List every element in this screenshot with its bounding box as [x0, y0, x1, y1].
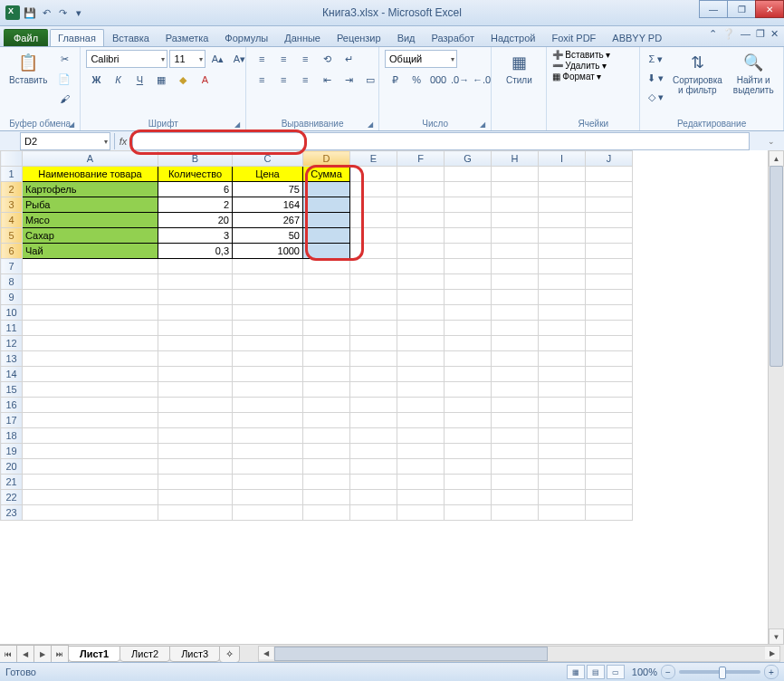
- cell-H8[interactable]: [492, 274, 539, 290]
- cell-A7[interactable]: [23, 259, 158, 274]
- cell-A21[interactable]: [23, 475, 158, 490]
- cell-G14[interactable]: [445, 367, 492, 382]
- row-header-18[interactable]: 18: [1, 428, 23, 444]
- indent-inc-button[interactable]: ⇥: [339, 71, 359, 89]
- cell-G23[interactable]: [445, 505, 492, 521]
- cell-H21[interactable]: [492, 475, 539, 490]
- col-header-I[interactable]: I: [539, 151, 586, 167]
- cell-F17[interactable]: [397, 413, 445, 428]
- row-header-3[interactable]: 3: [1, 197, 23, 213]
- cell-E14[interactable]: [350, 367, 397, 382]
- cell-E23[interactable]: [350, 505, 397, 521]
- currency-button[interactable]: ₽: [385, 71, 405, 89]
- cell-D2[interactable]: [303, 182, 350, 197]
- cell-J17[interactable]: [586, 413, 633, 428]
- cell-E17[interactable]: [350, 413, 397, 428]
- minimize-button[interactable]: —: [699, 0, 728, 18]
- delete-cells-button[interactable]: ➖ Удалить ▾: [552, 61, 606, 71]
- cell-F16[interactable]: [397, 398, 445, 413]
- expand-formula-bar-icon[interactable]: ⌄: [768, 137, 780, 146]
- row-header-21[interactable]: 21: [1, 475, 23, 490]
- cell-D20[interactable]: [303, 459, 350, 475]
- cell-F4[interactable]: [397, 213, 445, 228]
- cell-D16[interactable]: [303, 398, 350, 413]
- cell-I18[interactable]: [539, 428, 586, 444]
- indent-dec-button[interactable]: ⇤: [317, 71, 337, 89]
- align-center-button[interactable]: ≡: [273, 71, 293, 89]
- cell-F13[interactable]: [397, 351, 445, 367]
- find-select-button[interactable]: 🔍 Найти и выделить: [729, 50, 778, 97]
- cell-C21[interactable]: [233, 475, 303, 490]
- col-header-J[interactable]: J: [586, 151, 633, 167]
- row-header-12[interactable]: 12: [1, 336, 23, 351]
- hscroll-right-icon[interactable]: ▶: [765, 647, 779, 659]
- cell-D5[interactable]: [303, 228, 350, 244]
- cell-A5[interactable]: Сахар: [23, 228, 158, 244]
- cell-I8[interactable]: [539, 274, 586, 290]
- cell-H19[interactable]: [492, 444, 539, 459]
- tab-Разработ[interactable]: Разработ: [424, 29, 483, 46]
- cell-E21[interactable]: [350, 475, 397, 490]
- cell-H2[interactable]: [492, 182, 539, 197]
- cell-G15[interactable]: [445, 382, 492, 398]
- cell-G11[interactable]: [445, 321, 492, 336]
- sort-filter-button[interactable]: ⇅ Сортировка и фильтр: [669, 50, 725, 97]
- cell-G17[interactable]: [445, 413, 492, 428]
- row-header-17[interactable]: 17: [1, 413, 23, 428]
- bold-button[interactable]: Ж: [86, 71, 106, 89]
- cell-C11[interactable]: [233, 321, 303, 336]
- cell-D23[interactable]: [303, 505, 350, 521]
- cell-I19[interactable]: [539, 444, 586, 459]
- cell-J9[interactable]: [586, 290, 633, 305]
- cell-I6[interactable]: [539, 244, 586, 259]
- cell-C10[interactable]: [233, 305, 303, 321]
- border-button[interactable]: ▦: [151, 71, 171, 89]
- help-icon[interactable]: ❔: [722, 28, 735, 40]
- view-normal-button[interactable]: ▦: [567, 665, 585, 679]
- cell-G19[interactable]: [445, 444, 492, 459]
- cell-F1[interactable]: [397, 167, 445, 182]
- cell-J23[interactable]: [586, 505, 633, 521]
- cell-J4[interactable]: [586, 213, 633, 228]
- cell-G3[interactable]: [445, 197, 492, 213]
- cell-J1[interactable]: [586, 167, 633, 182]
- format-cells-button[interactable]: ▦ Формат ▾: [552, 72, 601, 82]
- tab-file[interactable]: Файл: [4, 29, 48, 46]
- view-pagebreak-button[interactable]: ▭: [607, 665, 625, 679]
- cell-D22[interactable]: [303, 490, 350, 505]
- cell-E19[interactable]: [350, 444, 397, 459]
- cell-F21[interactable]: [397, 475, 445, 490]
- tab-Рецензир[interactable]: Рецензир: [329, 29, 389, 46]
- cell-E2[interactable]: [350, 182, 397, 197]
- cell-F20[interactable]: [397, 459, 445, 475]
- cell-G8[interactable]: [445, 274, 492, 290]
- new-sheet-button[interactable]: ✧: [219, 646, 240, 663]
- cell-H5[interactable]: [492, 228, 539, 244]
- font-dialog-launcher[interactable]: ◢: [234, 120, 240, 129]
- cell-D18[interactable]: [303, 428, 350, 444]
- close-button[interactable]: ✕: [755, 0, 784, 18]
- merge-button[interactable]: ▭: [360, 71, 380, 89]
- cell-B3[interactable]: 2: [158, 197, 233, 213]
- cell-E6[interactable]: [350, 244, 397, 259]
- cell-G9[interactable]: [445, 290, 492, 305]
- insert-cells-button[interactable]: ➕ Вставить ▾: [552, 50, 609, 60]
- hscroll-left-icon[interactable]: ◀: [259, 647, 273, 659]
- qat-dropdown-icon[interactable]: ▾: [72, 6, 85, 19]
- cell-A11[interactable]: [23, 321, 158, 336]
- row-header-1[interactable]: 1: [1, 167, 23, 182]
- cell-F12[interactable]: [397, 336, 445, 351]
- sheet-tab-Лист2[interactable]: Лист2: [120, 646, 170, 662]
- cell-E12[interactable]: [350, 336, 397, 351]
- cell-A14[interactable]: [23, 367, 158, 382]
- cell-G20[interactable]: [445, 459, 492, 475]
- cell-D3[interactable]: [303, 197, 350, 213]
- cell-A8[interactable]: [23, 274, 158, 290]
- cell-C19[interactable]: [233, 444, 303, 459]
- cell-E22[interactable]: [350, 490, 397, 505]
- cell-B7[interactable]: [158, 259, 233, 274]
- tab-Вставка[interactable]: Вставка: [104, 29, 158, 46]
- cell-H23[interactable]: [492, 505, 539, 521]
- redo-icon[interactable]: ↷: [56, 6, 69, 19]
- cell-H6[interactable]: [492, 244, 539, 259]
